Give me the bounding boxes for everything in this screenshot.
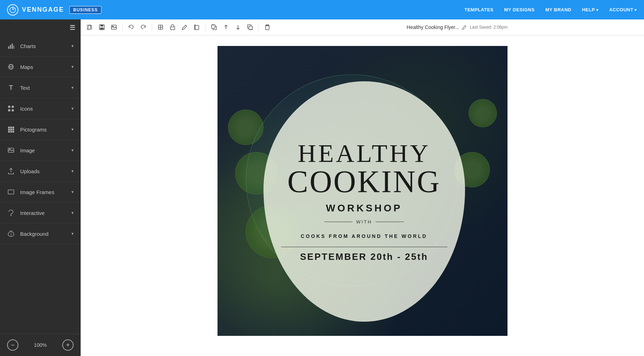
flyer-divider-left [324,222,353,222]
maps-icon [7,63,15,71]
sidebar-item-text[interactable]: T Text ▾ [0,77,81,98]
sidebar-item-interactive-left: Interactive [7,209,45,217]
pictograms-icon [7,126,15,133]
maps-chevron: ▾ [71,64,74,69]
background-label: Background [20,231,48,237]
nav-links: TEMPLATES MY DESIGNS MY BRAND HELP ACCOU… [464,7,637,12]
icons-label: Icons [20,106,33,112]
charts-icon [7,42,15,50]
redo-button[interactable] [138,22,148,32]
toolbar-divider-1 [122,24,123,31]
image-icon [7,146,15,154]
nav-my-brand[interactable]: MY BRAND [545,7,572,12]
maps-label: Maps [20,64,33,70]
sidebar-item-background[interactable]: Background ▾ [0,223,81,244]
hamburger-icon[interactable]: ☰ [70,24,75,31]
edit-title-icon[interactable] [462,25,467,30]
svg-rect-12 [8,109,10,111]
sidebar-item-text-left: T Text [7,84,30,92]
flyer-date-divider [281,247,447,247]
toolbar-divider-4 [259,24,259,31]
background-chevron: ▾ [71,231,74,236]
svg-point-26 [11,215,11,216]
zoom-out-button[interactable]: − [7,339,18,351]
svg-rect-4 [10,45,11,49]
sidebar-item-image[interactable]: Image ▾ [0,140,81,161]
lock-button[interactable] [168,22,178,32]
text-icon: T [7,84,15,92]
sidebar-item-charts[interactable]: Charts ▾ [0,36,81,57]
flyer-subtitle-workshop: WORKSHOP [326,203,402,214]
svg-rect-21 [10,131,12,133]
flyer-date: SEPTEMBER 20th - 25th [300,251,428,262]
svg-rect-17 [8,129,10,130]
save-button[interactable] [97,22,107,32]
sidebar-item-background-left: Background [7,230,48,238]
copy-button[interactable] [192,22,202,32]
flyer-cooks-text: COOKS FROM AROUND THE WORLD [301,233,428,239]
uploads-chevron: ▾ [71,169,74,174]
sidebar-item-uploads-left: Uploads [7,167,40,175]
flyer-with-text: WITH [356,219,372,224]
business-badge[interactable]: BUSINESS [69,6,101,14]
flyer-divider-right [376,222,404,222]
send-to-back-button[interactable] [245,22,255,32]
veg-slice-4 [469,99,497,127]
canvas-document[interactable]: HEALTHY COOKING WORKSHOP WITH COOKS FROM… [217,46,507,345]
editor-toolbar: Healthy Cooking Flyer... Last Saved: 2:0… [81,19,644,35]
text-label: Text [20,85,30,91]
image-button[interactable] [109,22,119,32]
svg-rect-31 [100,28,104,29]
toolbar-title-area: Healthy Cooking Flyer... Last Saved: 2:0… [407,24,507,30]
nav-account[interactable]: ACCOUNT [609,7,637,12]
move-up-button[interactable] [221,22,231,32]
svg-rect-19 [12,129,14,130]
sidebar-item-icons[interactable]: Icons ▾ [0,98,81,119]
move-down-button[interactable] [233,22,243,32]
svg-rect-40 [211,25,215,28]
svg-rect-18 [10,129,12,130]
delete-button[interactable] [262,22,272,32]
sidebar-item-icons-left: Icons [7,105,33,112]
page-manager-button[interactable] [85,22,95,32]
flyer-with-row: WITH [281,219,447,224]
nav-my-designs[interactable]: MY DESIGNS [504,7,534,12]
sidebar-item-maps[interactable]: Maps ▾ [0,57,81,77]
image-frames-label: Image Frames [20,189,54,195]
image-chevron: ▾ [71,148,74,153]
interactive-icon [7,209,15,217]
document-title[interactable]: Healthy Cooking Flyer... [407,24,459,30]
logo[interactable]: VENNGAGE [7,4,64,16]
last-saved: Last Saved: 2:08pm [470,25,507,30]
toolbar-divider-3 [205,24,205,31]
sidebar-item-pictograms[interactable]: Pictograms ▾ [0,119,81,140]
logo-text: VENNGAGE [22,6,64,13]
bring-to-front-button[interactable] [209,22,219,32]
svg-rect-14 [8,127,10,128]
image-frames-chevron: ▾ [71,189,74,194]
svg-rect-38 [195,25,199,30]
sidebar-item-pictograms-left: Pictograms [7,126,47,133]
nav-templates[interactable]: TEMPLATES [464,7,493,12]
svg-rect-37 [170,27,175,30]
zoom-in-button[interactable]: + [62,339,74,351]
sidebar-header: ☰ [0,19,81,36]
flyer-background: HEALTHY COOKING WORKSHOP WITH COOKS FROM… [217,46,507,336]
uploads-label: Uploads [20,168,40,174]
svg-rect-13 [12,109,14,111]
resize-button[interactable] [156,22,166,32]
top-nav: VENNGAGE BUSINESS TEMPLATES MY DESIGNS M… [0,0,644,19]
svg-rect-22 [12,131,14,133]
canvas-scroll-area[interactable]: HEALTHY COOKING WORKSHOP WITH COOKS FROM… [81,35,644,356]
edit-button[interactable] [180,22,190,32]
main-container: ☰ Charts ▾ [0,19,644,356]
sidebar-item-interactive[interactable]: Interactive ▾ [0,203,81,223]
nav-help[interactable]: HELP [582,7,599,12]
undo-button[interactable] [126,22,136,32]
svg-rect-5 [12,43,13,49]
sidebar-item-uploads[interactable]: Uploads ▾ [0,161,81,182]
svg-rect-43 [266,26,269,30]
icons-chevron: ▾ [71,106,74,111]
svg-rect-25 [8,190,14,194]
sidebar-item-image-frames[interactable]: Image Frames ▾ [0,182,81,203]
